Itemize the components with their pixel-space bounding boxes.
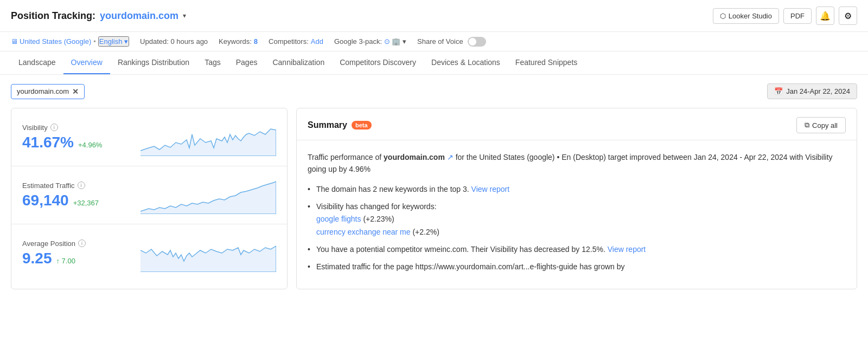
tab-pages[interactable]: Pages — [228, 51, 265, 74]
visibility-info: Visibility i 41.67% +4.96% — [22, 124, 141, 151]
position-info-icon[interactable]: i — [78, 240, 86, 247]
keywords-count[interactable]: 8 — [254, 37, 258, 46]
bullet-visibility-change: Visibility has changed for keywords: goo… — [308, 200, 846, 239]
copy-all-button[interactable]: ⧉ Copy all — [796, 117, 846, 133]
traffic-sparkline — [141, 176, 276, 214]
kw1-change: (+2.23%) — [363, 215, 394, 223]
location-language-item: 🖥 United States (Google) • English ▾ — [11, 36, 129, 47]
traffic-info-icon[interactable]: i — [78, 182, 85, 189]
share-of-voice-item: Share of Voice — [417, 37, 486, 47]
visibility-change: +4.96% — [78, 141, 102, 149]
add-competitors-link[interactable]: Add — [311, 37, 323, 46]
summary-title: Summary beta — [308, 120, 372, 130]
currency-exchange-link[interactable]: currency exchange near me — [316, 228, 412, 236]
visibility-info-icon[interactable]: i — [50, 124, 58, 131]
tab-cannibalization[interactable]: Cannibalization — [265, 51, 332, 74]
traffic-change: +32,367 — [73, 199, 99, 207]
visibility-value: 41.67% +4.96% — [22, 134, 141, 151]
metrics-panel: Visibility i 41.67% +4.96% — [11, 108, 288, 289]
chevron-down-icon: ▾ — [124, 37, 128, 46]
header: Position Tracking: yourdomain.com ▾ ⬡ Lo… — [0, 0, 868, 32]
summary-body: Traffic performance of yourdomain.com ↗ … — [297, 140, 857, 289]
gear-icon[interactable]: ⚙ — [839, 7, 857, 25]
looker-studio-button[interactable]: ⬡ Looker Studio — [713, 8, 779, 24]
date-range-picker[interactable]: 📅 Jan 24-Apr 22, 2024 — [767, 83, 857, 99]
estimated-traffic-metric: Estimated Traffic i 69,140 +32,367 — [11, 166, 287, 224]
position-value: 9.25 ↑ 7.00 — [22, 250, 141, 267]
google3pack-icons: ⊙ 🏢 — [384, 37, 400, 46]
average-position-metric: Average Position i 9.25 ↑ 7.00 — [11, 224, 287, 282]
filter-row: yourdomain.com ✕ 📅 Jan 24-Apr 22, 2024 — [11, 83, 857, 99]
remove-domain-tag-button[interactable]: ✕ — [72, 87, 79, 96]
chevron-down-icon[interactable]: ▾ — [183, 12, 186, 20]
traffic-label: Estimated Traffic i — [22, 182, 141, 190]
traffic-value: 69,140 +32,367 — [22, 192, 141, 209]
google3pack-item: Google 3-pack: ⊙ 🏢 ▾ — [334, 37, 406, 46]
domain-bold: yourdomain.com — [384, 153, 445, 161]
header-left: Position Tracking: yourdomain.com ▾ — [11, 10, 186, 22]
bullet-competitor: You have a potential competitor wmeinc.c… — [308, 243, 846, 256]
domain-link[interactable]: yourdomain.com — [100, 10, 178, 22]
visibility-label: Visibility i — [22, 124, 141, 132]
building-icon: 🏢 — [392, 37, 400, 46]
summary-intro: Traffic performance of yourdomain.com ↗ … — [308, 151, 846, 176]
tab-overview[interactable]: Overview — [63, 51, 110, 74]
looker-studio-icon: ⬡ — [720, 12, 726, 20]
bullet-new-keywords: The domain has 2 new keywords in the top… — [308, 183, 846, 196]
monitor-icon: 🖥 — [11, 37, 18, 46]
updated-item: Updated: 0 hours ago — [140, 37, 208, 46]
header-right: ⬡ Looker Studio PDF 🔔 ⚙ — [713, 7, 857, 25]
main-grid: Visibility i 41.67% +4.96% — [11, 108, 857, 289]
bullet-traffic-page: Estimated traffic for the page https://w… — [308, 261, 846, 274]
country-selector[interactable]: 🖥 United States (Google) — [11, 37, 91, 46]
separator: • — [93, 37, 96, 46]
chevron-down-icon[interactable]: ▾ — [403, 37, 406, 46]
nav-tabs: Landscape Overview Rankings Distribution… — [0, 51, 868, 75]
kw2-change: (+2.2%) — [412, 228, 439, 236]
summary-panel: Summary beta ⧉ Copy all Traffic performa… — [296, 108, 857, 289]
google-flights-link[interactable]: google flights — [316, 215, 363, 223]
view-report-link-2[interactable]: View report — [608, 245, 646, 254]
tab-devices-locations[interactable]: Devices & Locations — [424, 51, 508, 74]
tab-rankings-distribution[interactable]: Rankings Distribution — [110, 51, 197, 74]
domain-tag-text: yourdomain.com — [17, 87, 69, 95]
subheader: 🖥 United States (Google) • English ▾ Upd… — [0, 32, 868, 51]
content-area: yourdomain.com ✕ 📅 Jan 24-Apr 22, 2024 V… — [0, 75, 868, 298]
language-selector[interactable]: English ▾ — [98, 36, 129, 47]
position-chart — [141, 234, 276, 272]
competitors-item: Competitors: Add — [269, 37, 323, 46]
view-report-link-1[interactable]: View report — [471, 185, 510, 193]
copy-icon: ⧉ — [805, 121, 809, 130]
visibility-metric: Visibility i 41.67% +4.96% — [11, 108, 287, 166]
tab-featured-snippets[interactable]: Featured Snippets — [508, 51, 585, 74]
tab-tags[interactable]: Tags — [197, 51, 228, 74]
share-of-voice-toggle[interactable] — [468, 37, 486, 47]
tab-competitors-discovery[interactable]: Competitors Discovery — [332, 51, 424, 74]
traffic-chart — [141, 176, 276, 214]
date-range-text: Jan 24-Apr 22, 2024 — [786, 87, 850, 95]
summary-bullets: The domain has 2 new keywords in the top… — [308, 183, 846, 274]
page-title: Position Tracking: — [11, 10, 95, 22]
summary-header: Summary beta ⧉ Copy all — [297, 108, 857, 140]
domain-external-link[interactable]: ↗ — [447, 153, 454, 161]
traffic-info: Estimated Traffic i 69,140 +32,367 — [22, 182, 141, 209]
visibility-chart — [141, 118, 276, 156]
keywords-item: Keywords: 8 — [219, 37, 258, 46]
bell-icon[interactable]: 🔔 — [816, 7, 834, 25]
beta-badge: beta — [352, 121, 372, 130]
position-label: Average Position i — [22, 240, 141, 248]
visibility-sparkline — [141, 118, 276, 156]
domain-filter-tag: yourdomain.com ✕ — [11, 84, 85, 99]
calendar-icon: 📅 — [774, 87, 783, 95]
pdf-button[interactable]: PDF — [783, 8, 812, 24]
position-change: ↑ 7.00 — [56, 257, 75, 265]
location-icon: ⊙ — [384, 37, 390, 46]
position-sparkline — [141, 234, 276, 272]
position-info: Average Position i 9.25 ↑ 7.00 — [22, 240, 141, 267]
tab-landscape[interactable]: Landscape — [11, 51, 63, 74]
